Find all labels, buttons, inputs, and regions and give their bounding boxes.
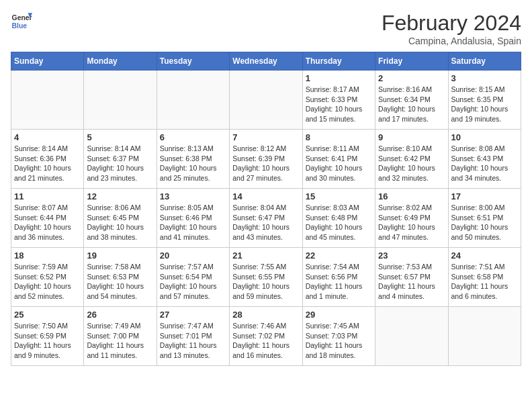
calendar-day-cell: 26Sunrise: 7:49 AMSunset: 7:00 PMDayligh…: [84, 307, 157, 366]
day-number: 6: [160, 132, 226, 142]
calendar-day-cell: 6Sunrise: 8:13 AMSunset: 6:38 PMDaylight…: [157, 130, 229, 189]
day-number: 12: [87, 191, 153, 201]
day-info: Sunrise: 7:46 AMSunset: 7:02 PMDaylight:…: [232, 321, 299, 361]
day-info: Sunrise: 7:59 AMSunset: 6:52 PMDaylight:…: [14, 262, 81, 302]
day-info: Sunrise: 7:50 AMSunset: 6:59 PMDaylight:…: [14, 321, 81, 361]
weekday-header-cell: Saturday: [448, 52, 521, 71]
day-number: 8: [306, 132, 372, 142]
calendar-day-cell: 13Sunrise: 8:05 AMSunset: 6:46 PMDayligh…: [157, 189, 229, 248]
weekday-header-cell: Monday: [84, 52, 157, 71]
calendar-day-cell: 23Sunrise: 7:53 AMSunset: 6:57 PMDayligh…: [375, 248, 448, 307]
day-number: 4: [14, 132, 81, 142]
calendar-body: 1Sunrise: 8:17 AMSunset: 6:33 PMDaylight…: [11, 71, 521, 366]
calendar-week-row: 1Sunrise: 8:17 AMSunset: 6:33 PMDaylight…: [11, 71, 521, 130]
calendar-day-cell: 19Sunrise: 7:58 AMSunset: 6:53 PMDayligh…: [84, 248, 157, 307]
calendar-day-cell: 11Sunrise: 8:07 AMSunset: 6:44 PMDayligh…: [11, 189, 84, 248]
day-number: 18: [14, 250, 81, 261]
weekday-header-cell: Wednesday: [230, 52, 302, 71]
day-info: Sunrise: 8:12 AMSunset: 6:39 PMDaylight:…: [232, 144, 299, 183]
calendar-day-cell: 4Sunrise: 8:14 AMSunset: 6:36 PMDaylight…: [11, 130, 84, 189]
day-info: Sunrise: 7:53 AMSunset: 6:57 PMDaylight:…: [378, 262, 445, 302]
weekday-header-row: SundayMondayTuesdayWednesdayThursdayFrid…: [11, 52, 521, 71]
header: General Blue February 2024 Campina, Anda…: [11, 11, 521, 46]
day-info: Sunrise: 8:08 AMSunset: 6:43 PMDaylight:…: [451, 144, 518, 183]
calendar-day-cell: [84, 71, 157, 130]
calendar-day-cell: [11, 71, 84, 130]
calendar-week-row: 4Sunrise: 8:14 AMSunset: 6:36 PMDaylight…: [11, 130, 521, 189]
day-info: Sunrise: 7:47 AMSunset: 7:01 PMDaylight:…: [160, 321, 226, 361]
title-area: February 2024 Campina, Andalusia, Spain: [382, 11, 521, 46]
calendar-day-cell: 27Sunrise: 7:47 AMSunset: 7:01 PMDayligh…: [157, 307, 229, 366]
day-info: Sunrise: 8:15 AMSunset: 6:35 PMDaylight:…: [451, 85, 518, 124]
calendar-day-cell: [157, 71, 229, 130]
logo: General Blue: [11, 11, 32, 32]
calendar-day-cell: 10Sunrise: 8:08 AMSunset: 6:43 PMDayligh…: [448, 130, 521, 189]
calendar-week-row: 18Sunrise: 7:59 AMSunset: 6:52 PMDayligh…: [11, 248, 521, 307]
day-info: Sunrise: 8:14 AMSunset: 6:37 PMDaylight:…: [87, 144, 153, 183]
day-number: 19: [87, 250, 153, 261]
calendar-day-cell: 3Sunrise: 8:15 AMSunset: 6:35 PMDaylight…: [448, 71, 521, 130]
calendar-day-cell: [230, 71, 302, 130]
calendar-day-cell: 9Sunrise: 8:10 AMSunset: 6:42 PMDaylight…: [375, 130, 448, 189]
day-info: Sunrise: 8:13 AMSunset: 6:38 PMDaylight:…: [160, 144, 226, 183]
day-info: Sunrise: 8:10 AMSunset: 6:42 PMDaylight:…: [378, 144, 445, 183]
day-info: Sunrise: 7:51 AMSunset: 6:58 PMDaylight:…: [451, 262, 518, 302]
day-number: 11: [14, 191, 81, 201]
calendar-table: SundayMondayTuesdayWednesdayThursdayFrid…: [11, 52, 521, 366]
calendar-day-cell: 28Sunrise: 7:46 AMSunset: 7:02 PMDayligh…: [230, 307, 302, 366]
calendar-day-cell: 1Sunrise: 8:17 AMSunset: 6:33 PMDaylight…: [302, 71, 375, 130]
weekday-header-cell: Sunday: [11, 52, 84, 71]
day-number: 3: [451, 73, 518, 83]
day-number: 2: [378, 73, 445, 83]
day-info: Sunrise: 8:16 AMSunset: 6:34 PMDaylight:…: [378, 85, 445, 124]
day-number: 25: [14, 310, 81, 320]
calendar-day-cell: 29Sunrise: 7:45 AMSunset: 7:03 PMDayligh…: [302, 307, 375, 366]
svg-text:Blue: Blue: [12, 22, 28, 30]
weekday-header-cell: Tuesday: [157, 52, 229, 71]
day-number: 15: [306, 191, 372, 201]
calendar-day-cell: 14Sunrise: 8:04 AMSunset: 6:47 PMDayligh…: [230, 189, 302, 248]
generalblue-logo-icon: General Blue: [11, 11, 32, 32]
day-info: Sunrise: 8:11 AMSunset: 6:41 PMDaylight:…: [306, 144, 372, 183]
day-number: 1: [306, 73, 372, 83]
weekday-header-cell: Friday: [375, 52, 448, 71]
day-info: Sunrise: 8:02 AMSunset: 6:49 PMDaylight:…: [378, 203, 445, 242]
day-number: 23: [378, 250, 445, 261]
day-number: 16: [378, 191, 445, 201]
calendar-day-cell: 2Sunrise: 8:16 AMSunset: 6:34 PMDaylight…: [375, 71, 448, 130]
day-info: Sunrise: 7:54 AMSunset: 6:56 PMDaylight:…: [306, 262, 372, 302]
day-number: 7: [232, 132, 299, 142]
calendar-day-cell: 18Sunrise: 7:59 AMSunset: 6:52 PMDayligh…: [11, 248, 84, 307]
day-info: Sunrise: 7:58 AMSunset: 6:53 PMDaylight:…: [87, 262, 153, 302]
day-number: 21: [232, 250, 299, 261]
day-number: 27: [160, 310, 226, 320]
day-number: 9: [378, 132, 445, 142]
day-info: Sunrise: 8:14 AMSunset: 6:36 PMDaylight:…: [14, 144, 81, 183]
day-info: Sunrise: 8:05 AMSunset: 6:46 PMDaylight:…: [160, 203, 226, 242]
calendar-day-cell: 25Sunrise: 7:50 AMSunset: 6:59 PMDayligh…: [11, 307, 84, 366]
day-info: Sunrise: 7:55 AMSunset: 6:55 PMDaylight:…: [232, 262, 299, 302]
calendar-week-row: 11Sunrise: 8:07 AMSunset: 6:44 PMDayligh…: [11, 189, 521, 248]
month-title: February 2024: [382, 11, 521, 36]
calendar-day-cell: 17Sunrise: 8:00 AMSunset: 6:51 PMDayligh…: [448, 189, 521, 248]
day-number: 5: [87, 132, 153, 142]
day-number: 10: [451, 132, 518, 142]
weekday-header-cell: Thursday: [302, 52, 375, 71]
day-number: 14: [232, 191, 299, 201]
day-number: 20: [160, 250, 226, 261]
calendar-day-cell: [375, 307, 448, 366]
day-info: Sunrise: 8:07 AMSunset: 6:44 PMDaylight:…: [14, 203, 81, 242]
day-info: Sunrise: 8:00 AMSunset: 6:51 PMDaylight:…: [451, 203, 518, 242]
calendar-day-cell: 22Sunrise: 7:54 AMSunset: 6:56 PMDayligh…: [302, 248, 375, 307]
day-number: 17: [451, 191, 518, 201]
calendar-day-cell: 24Sunrise: 7:51 AMSunset: 6:58 PMDayligh…: [448, 248, 521, 307]
day-info: Sunrise: 8:06 AMSunset: 6:45 PMDaylight:…: [87, 203, 153, 242]
day-number: 24: [451, 250, 518, 261]
day-number: 29: [306, 310, 372, 320]
calendar-day-cell: 20Sunrise: 7:57 AMSunset: 6:54 PMDayligh…: [157, 248, 229, 307]
day-info: Sunrise: 8:17 AMSunset: 6:33 PMDaylight:…: [306, 85, 372, 124]
calendar-day-cell: 12Sunrise: 8:06 AMSunset: 6:45 PMDayligh…: [84, 189, 157, 248]
calendar-day-cell: 21Sunrise: 7:55 AMSunset: 6:55 PMDayligh…: [230, 248, 302, 307]
day-info: Sunrise: 8:03 AMSunset: 6:48 PMDaylight:…: [306, 203, 372, 242]
day-number: 13: [160, 191, 226, 201]
